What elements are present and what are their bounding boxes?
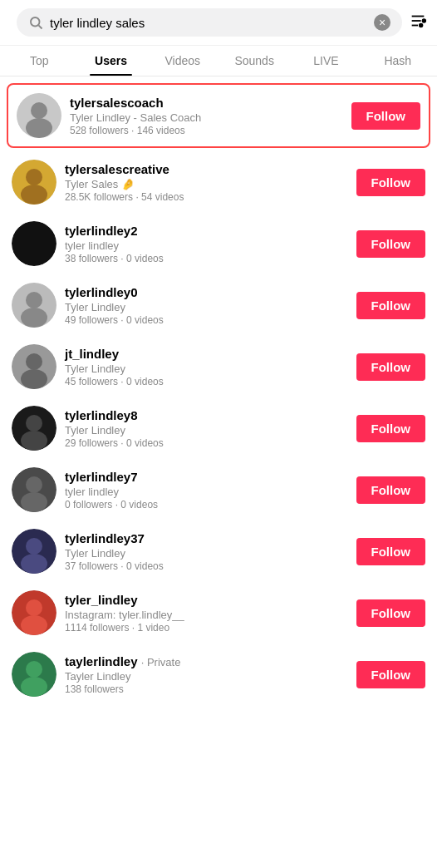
display-name: Tyler Lindley - Sales Coach <box>70 111 343 124</box>
user-stats: 528 followers · 146 videos <box>70 125 343 136</box>
avatar <box>17 93 61 138</box>
follow-button[interactable]: Follow <box>356 476 426 504</box>
svg-point-12 <box>21 185 47 205</box>
display-name: Instagram: tyler.lindley__ <box>65 609 348 621</box>
username: tylersalescreative <box>65 162 169 176</box>
user-stats: 49 followers · 0 videos <box>65 314 348 326</box>
user-stats: 38 followers · 0 videos <box>65 253 348 264</box>
follow-button[interactable]: Follow <box>356 599 426 627</box>
user-info: tylerlindley37 Tyler Lindley 37 follower… <box>65 531 348 572</box>
user-info: tylersalescreative Tyler Sales 🤌 28.5K f… <box>65 162 348 203</box>
tab-live[interactable]: LIVE <box>290 46 361 76</box>
user-item[interactable]: tylerlindley7 tyler lindley 0 followers … <box>0 459 437 520</box>
display-name: Tyler Lindley <box>65 424 348 436</box>
avatar <box>12 221 56 266</box>
follow-button[interactable]: Follow <box>356 415 426 442</box>
user-info: tylerlindley2 tyler lindley 38 followers… <box>65 224 348 264</box>
avatar <box>12 160 56 205</box>
user-list: tylersalescoach Tyler Lindley - Sales Co… <box>0 76 437 708</box>
tab-hashtags[interactable]: Hash <box>362 46 434 76</box>
follow-button[interactable]: Follow <box>356 169 426 196</box>
user-item[interactable]: tylerlindley2 tyler lindley 38 followers… <box>0 213 437 274</box>
tab-top[interactable]: Top <box>3 46 75 76</box>
user-info: tylerlindley8 Tyler Lindley 29 followers… <box>65 408 348 449</box>
user-info: taylerlindley · Private Tayler Lindley 1… <box>65 654 348 695</box>
user-item[interactable]: tyler_lindley Instagram: tyler.lindley__… <box>0 582 437 644</box>
user-info: jt_lindley Tyler Lindley 45 followers · … <box>65 347 348 387</box>
user-stats: 138 followers <box>65 683 348 695</box>
avatar <box>12 529 56 574</box>
svg-point-5 <box>423 19 426 22</box>
tab-users[interactable]: Users <box>75 46 146 76</box>
user-stats: 28.5K followers · 54 videos <box>65 191 348 203</box>
svg-point-28 <box>21 554 47 574</box>
username: tylerlindley37 <box>65 531 145 545</box>
clear-button[interactable] <box>374 14 390 31</box>
svg-point-34 <box>21 677 47 697</box>
avatar <box>12 344 56 389</box>
display-name: Tyler Lindley <box>65 301 348 313</box>
display-name: Tyler Sales 🤌 <box>65 178 348 190</box>
svg-point-27 <box>26 538 42 555</box>
user-stats: 45 followers · 0 videos <box>65 376 348 387</box>
follow-button[interactable]: Follow <box>351 102 421 130</box>
user-item[interactable]: jt_lindley Tyler Lindley 45 followers · … <box>0 336 437 397</box>
user-info: tylersalescoach Tyler Lindley - Sales Co… <box>70 96 343 136</box>
search-input[interactable] <box>50 16 367 30</box>
follow-button[interactable]: Follow <box>356 661 426 688</box>
tab-videos[interactable]: Videos <box>147 46 218 76</box>
username: tylerlindley0 <box>65 285 138 299</box>
svg-point-6 <box>420 23 423 27</box>
username: jt_lindley <box>65 347 119 361</box>
username: tylerlindley7 <box>65 470 138 484</box>
display-name: Tayler Lindley <box>65 670 348 683</box>
svg-point-16 <box>21 308 47 328</box>
svg-point-33 <box>26 661 42 678</box>
display-name: tyler lindley <box>65 486 348 498</box>
svg-point-18 <box>26 353 42 370</box>
user-item[interactable]: tylerlindley37 Tyler Lindley 37 follower… <box>0 520 437 582</box>
avatar <box>12 652 56 697</box>
user-item[interactable]: taylerlindley · Private Tayler Lindley 1… <box>0 644 437 705</box>
search-bar <box>0 0 437 46</box>
follow-button[interactable]: Follow <box>356 538 426 565</box>
avatar <box>12 283 56 328</box>
svg-point-8 <box>31 102 47 119</box>
filter-button[interactable] <box>409 12 427 34</box>
svg-point-24 <box>26 476 42 493</box>
svg-line-1 <box>38 25 42 28</box>
user-item[interactable]: tylerlindley0 Tyler Lindley 49 followers… <box>0 274 437 336</box>
avatar <box>12 467 56 512</box>
tab-sounds[interactable]: Sounds <box>218 46 290 76</box>
avatar <box>12 406 56 451</box>
search-input-wrap[interactable] <box>17 8 402 37</box>
display-name: Tyler Lindley <box>65 362 348 375</box>
svg-point-19 <box>21 369 47 389</box>
follow-button[interactable]: Follow <box>356 353 426 381</box>
username: taylerlindley · Private <box>65 654 180 668</box>
username: tylersalescoach <box>70 96 164 110</box>
user-item[interactable]: tylersalescreative Tyler Sales 🤌 28.5K f… <box>0 151 437 213</box>
user-info: tyler_lindley Instagram: tyler.lindley__… <box>65 593 348 634</box>
svg-point-30 <box>26 599 42 616</box>
search-icon <box>28 15 43 30</box>
username: tyler_lindley <box>65 593 138 607</box>
svg-point-9 <box>26 118 52 138</box>
user-stats: 1114 followers · 1 video <box>65 622 348 634</box>
display-name: Tyler Lindley <box>65 547 348 560</box>
user-info: tylerlindley7 tyler lindley 0 followers … <box>65 470 348 510</box>
avatar <box>12 590 56 635</box>
svg-point-11 <box>26 169 42 185</box>
svg-point-13 <box>12 221 56 266</box>
svg-point-21 <box>26 415 42 432</box>
user-stats: 0 followers · 0 videos <box>65 499 348 510</box>
follow-button[interactable]: Follow <box>356 292 426 319</box>
svg-point-15 <box>26 292 42 308</box>
svg-point-22 <box>21 431 47 451</box>
user-item[interactable]: tylersalescoach Tyler Lindley - Sales Co… <box>7 83 430 148</box>
user-item[interactable]: tylerlindley8 Tyler Lindley 29 followers… <box>0 397 437 459</box>
svg-point-0 <box>31 17 40 27</box>
follow-button[interactable]: Follow <box>356 230 426 258</box>
svg-point-25 <box>21 492 47 512</box>
username: tylerlindley2 <box>65 224 138 238</box>
